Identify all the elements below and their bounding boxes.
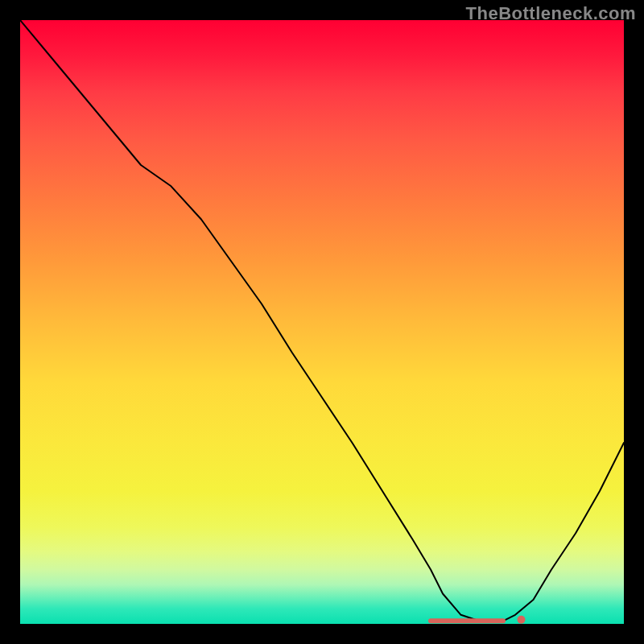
plot-area xyxy=(20,20,624,624)
bottleneck-curve xyxy=(20,20,624,621)
chart-frame: TheBottleneck.com xyxy=(0,0,644,644)
baseline-dot-icon xyxy=(518,616,526,624)
chart-svg xyxy=(20,20,624,624)
watermark-text: TheBottleneck.com xyxy=(466,3,636,24)
